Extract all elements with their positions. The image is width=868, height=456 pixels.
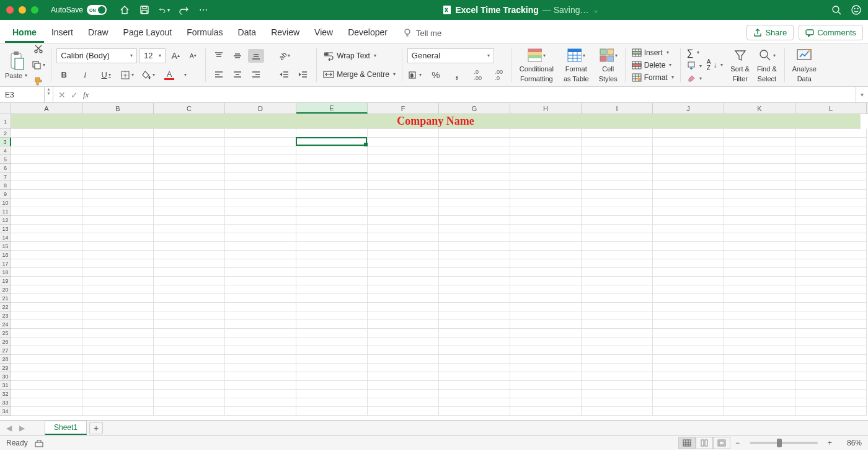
tab-formulas[interactable]: Formulas [179, 22, 230, 43]
cell-G17[interactable] [439, 259, 510, 268]
cell-E9[interactable] [296, 190, 368, 199]
cell-G24[interactable] [439, 320, 510, 329]
cell-I31[interactable] [582, 381, 653, 390]
cell-L33[interactable] [795, 398, 867, 407]
cell-B20[interactable] [82, 285, 154, 294]
cell-E29[interactable] [296, 364, 368, 372]
cell-E22[interactable] [296, 303, 368, 311]
cell-B31[interactable] [82, 381, 154, 390]
tell-me-search[interactable]: Tell me [395, 23, 449, 43]
cell-A8[interactable] [11, 181, 82, 190]
cell-K6[interactable] [724, 164, 795, 172]
cell-K32[interactable] [724, 390, 795, 398]
cell-E15[interactable] [296, 242, 368, 251]
cell-G30[interactable] [439, 372, 510, 381]
cell-A32[interactable] [11, 390, 82, 398]
cell-B5[interactable] [82, 155, 154, 164]
comments-button[interactable]: Comments [799, 25, 863, 40]
cell-F25[interactable] [368, 329, 439, 338]
cell-I29[interactable] [582, 364, 653, 372]
cell-H16[interactable] [510, 251, 582, 259]
cell-L12[interactable] [795, 216, 867, 225]
cell-G25[interactable] [439, 329, 510, 338]
cell-B11[interactable] [82, 207, 154, 216]
page-layout-view-button[interactable] [696, 437, 713, 449]
cell-A6[interactable] [11, 164, 82, 172]
cell-I20[interactable] [582, 285, 653, 294]
cell-L20[interactable] [795, 285, 867, 294]
cell-C9[interactable] [154, 190, 225, 199]
cell-C25[interactable] [154, 329, 225, 338]
cell-B6[interactable] [82, 164, 154, 172]
cell-D5[interactable] [225, 155, 296, 164]
cell-A27[interactable] [11, 346, 82, 355]
copy-button[interactable]: ▾ [31, 58, 46, 72]
cell-L5[interactable] [795, 155, 867, 164]
row-header-5[interactable]: 5 [0, 155, 11, 164]
cell-K4[interactable] [724, 146, 795, 155]
fill-button[interactable]: ▾ [686, 60, 703, 71]
cell-D20[interactable] [225, 285, 296, 294]
format-as-table-button[interactable]: ▾ Formatas Table [561, 45, 591, 84]
cell-F17[interactable] [368, 259, 439, 268]
cell-B13[interactable] [82, 225, 154, 233]
cell-J22[interactable] [653, 303, 724, 311]
cell-L21[interactable] [795, 294, 867, 303]
cell-F19[interactable] [368, 277, 439, 285]
row-header-32[interactable]: 32 [0, 390, 11, 398]
sheet-prev-button[interactable]: ◀ [4, 424, 14, 432]
cell-F3[interactable] [368, 138, 439, 146]
increase-font-button[interactable]: A▴ [168, 49, 183, 63]
cell-A5[interactable] [11, 155, 82, 164]
cell-A16[interactable] [11, 251, 82, 259]
search-icon[interactable] [831, 4, 842, 16]
cell-H34[interactable] [510, 407, 582, 416]
select-all-corner[interactable] [0, 103, 11, 114]
cell-B17[interactable] [82, 259, 154, 268]
cell-H28[interactable] [510, 355, 582, 364]
cell-I25[interactable] [582, 329, 653, 338]
row-header-22[interactable]: 22 [0, 303, 11, 311]
autosave-switch[interactable]: ON [87, 5, 107, 15]
cell-E25[interactable] [296, 329, 368, 338]
cell-G31[interactable] [439, 381, 510, 390]
cell-C26[interactable] [154, 338, 225, 346]
cell-L3[interactable] [795, 138, 867, 146]
row-header-8[interactable]: 8 [0, 181, 11, 190]
merge-centre-button[interactable]: Merge & Centre▾ [322, 68, 397, 81]
window-maximize-button[interactable] [31, 6, 38, 14]
column-header-K[interactable]: K [724, 103, 795, 114]
cell-L8[interactable] [795, 181, 867, 190]
cell-I13[interactable] [582, 225, 653, 233]
cell-G5[interactable] [439, 155, 510, 164]
cell-H2[interactable] [510, 129, 582, 138]
cell-F14[interactable] [368, 233, 439, 242]
cell-F21[interactable] [368, 294, 439, 303]
cell-F4[interactable] [368, 146, 439, 155]
cell-K25[interactable] [724, 329, 795, 338]
cell-H15[interactable] [510, 242, 582, 251]
cell-J30[interactable] [653, 372, 724, 381]
cell-D28[interactable] [225, 355, 296, 364]
cell-E33[interactable] [296, 398, 368, 407]
cell-C31[interactable] [154, 381, 225, 390]
cell-F8[interactable] [368, 181, 439, 190]
cell-H25[interactable] [510, 329, 582, 338]
tab-view[interactable]: View [307, 22, 340, 43]
cell-L4[interactable] [795, 146, 867, 155]
cell-C22[interactable] [154, 303, 225, 311]
cell-G4[interactable] [439, 146, 510, 155]
window-minimize-button[interactable] [19, 6, 26, 14]
cell-F15[interactable] [368, 242, 439, 251]
spreadsheet-grid[interactable]: ABCDEFGHIJKL 123456789101112131415161718… [0, 103, 868, 420]
cell-L19[interactable] [795, 277, 867, 285]
cell-K26[interactable] [724, 338, 795, 346]
cell-I26[interactable] [582, 338, 653, 346]
row-header-18[interactable]: 18 [0, 268, 11, 277]
cell-G22[interactable] [439, 303, 510, 311]
cell-K33[interactable] [724, 398, 795, 407]
normal-view-button[interactable] [678, 437, 696, 449]
fill-color-button[interactable]: ▾ [141, 68, 156, 82]
cell-I2[interactable] [582, 129, 653, 138]
cell-I11[interactable] [582, 207, 653, 216]
